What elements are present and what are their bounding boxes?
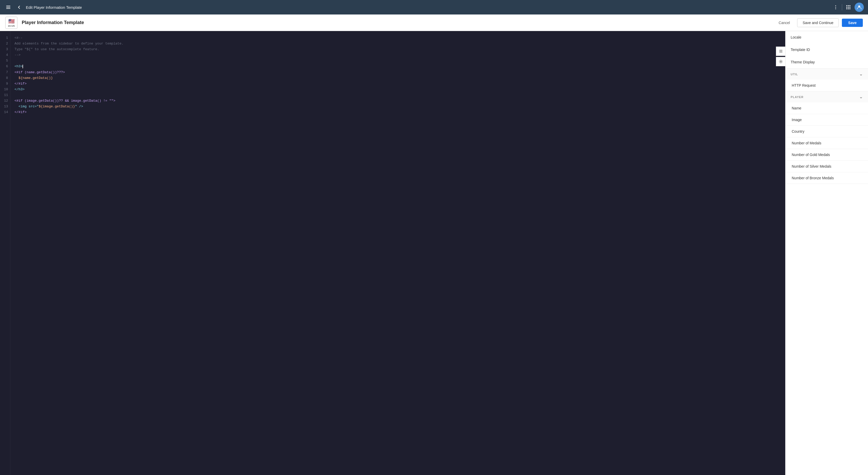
player-group-header[interactable]: PLAYER ⌄ <box>785 91 868 102</box>
back-button[interactable] <box>16 4 23 11</box>
sidebar-toggle-button[interactable] <box>4 3 12 11</box>
svg-rect-7 <box>779 50 782 51</box>
code-text[interactable]: <#-- Add elements from the sidebar to de… <box>10 31 785 475</box>
sidebar-util-group: UTIL ⌄ HTTP Request <box>785 68 868 91</box>
player-chevron-icon: ⌄ <box>859 94 863 99</box>
code-line-4: --> <box>14 52 781 58</box>
code-line-1: <#-- <box>14 35 781 41</box>
topbar-divider <box>842 4 842 10</box>
code-line-7: <#if (name.getData())???> <box>14 69 781 75</box>
sidebar-item-http-request[interactable]: HTTP Request <box>785 80 868 91</box>
svg-rect-8 <box>779 51 782 52</box>
settings-icon[interactable] <box>776 57 785 66</box>
player-group-children: Name Image Country Number of Medals Numb… <box>785 102 868 184</box>
svg-rect-2 <box>6 8 10 9</box>
util-chevron-icon: ⌄ <box>859 72 863 77</box>
sidebar-item-locale[interactable]: Locale <box>785 31 868 43</box>
edge-icons <box>776 47 785 66</box>
svg-rect-1 <box>6 7 10 7</box>
sidebar-item-number-of-silver-medals[interactable]: Number of Silver Medals <box>785 161 868 172</box>
subheader: 🇺🇸 en-US Player Information Template Can… <box>0 14 868 31</box>
sidebar-item-country[interactable]: Country <box>785 126 868 138</box>
util-group-header[interactable]: UTIL ⌄ <box>785 68 868 80</box>
topbar-right-actions <box>832 3 864 12</box>
sidebar-item-number-of-bronze-medals[interactable]: Number of Bronze Medals <box>785 172 868 184</box>
flag-icon: 🇺🇸 <box>8 18 15 24</box>
code-line-6: <h3> <box>14 64 781 69</box>
save-button[interactable]: Save <box>842 19 863 27</box>
code-line-3: Type "${" to use the autocomplete featur… <box>14 47 781 52</box>
subheader-actions: Cancel Save and Continue Save <box>775 18 863 27</box>
sidebar-item-theme-display[interactable]: Theme Display <box>785 56 868 68</box>
locale-selector[interactable]: 🇺🇸 en-US <box>5 17 18 29</box>
code-line-5 <box>14 58 781 64</box>
user-avatar[interactable] <box>855 3 864 12</box>
code-line-14: </#if> <box>14 110 781 115</box>
main-content: 1 2 3 4 5 6 7 8 9 10 11 12 13 14 <#-- Ad… <box>0 31 868 475</box>
code-editor[interactable]: 1 2 3 4 5 6 7 8 9 10 11 12 13 14 <#-- Ad… <box>0 31 785 475</box>
svg-point-10 <box>780 61 781 62</box>
code-line-10: </h3> <box>14 87 781 92</box>
sidebar-item-template-id[interactable]: Template ID <box>785 43 868 56</box>
list-view-icon[interactable] <box>776 47 785 56</box>
svg-rect-0 <box>6 6 10 6</box>
sidebar-item-number-of-medals[interactable]: Number of Medals <box>785 138 868 149</box>
more-options-button[interactable] <box>832 3 840 11</box>
svg-point-5 <box>835 8 836 9</box>
svg-rect-9 <box>779 52 782 53</box>
code-line-2: Add elements from the sidebar to define … <box>14 41 781 47</box>
code-line-11 <box>14 92 781 98</box>
right-sidebar: Locale Template ID Theme Display UTIL ⌄ … <box>785 31 868 475</box>
template-title: Player Information Template <box>22 20 771 25</box>
apps-grid-button[interactable] <box>844 3 852 11</box>
page-title: Edit Player Information Template <box>26 5 829 9</box>
sidebar-item-name[interactable]: Name <box>785 102 868 114</box>
cancel-button[interactable]: Cancel <box>775 19 794 27</box>
code-line-13: <img src="${image.getData()}" /> <box>14 104 781 110</box>
code-line-8: ${name.getData()} <box>14 75 781 81</box>
svg-point-3 <box>835 5 836 6</box>
line-numbers: 1 2 3 4 5 6 7 8 9 10 11 12 13 14 <box>0 31 10 475</box>
sidebar-player-group: PLAYER ⌄ Name Image Country Number of Me… <box>785 91 868 184</box>
sidebar-item-image[interactable]: Image <box>785 114 868 126</box>
code-line-9: </#if> <box>14 81 781 87</box>
sidebar-top-section: Locale Template ID Theme Display <box>785 31 868 68</box>
util-group-children: HTTP Request <box>785 80 868 91</box>
locale-text: en-US <box>8 25 15 27</box>
sidebar-item-number-of-gold-medals[interactable]: Number of Gold Medals <box>785 149 868 161</box>
svg-point-4 <box>835 7 836 8</box>
code-line-12: <#if (image.getData())?? && image.getDat… <box>14 98 781 104</box>
save-and-continue-button[interactable]: Save and Continue <box>797 18 839 27</box>
topbar: Edit Player Information Template <box>0 0 868 14</box>
